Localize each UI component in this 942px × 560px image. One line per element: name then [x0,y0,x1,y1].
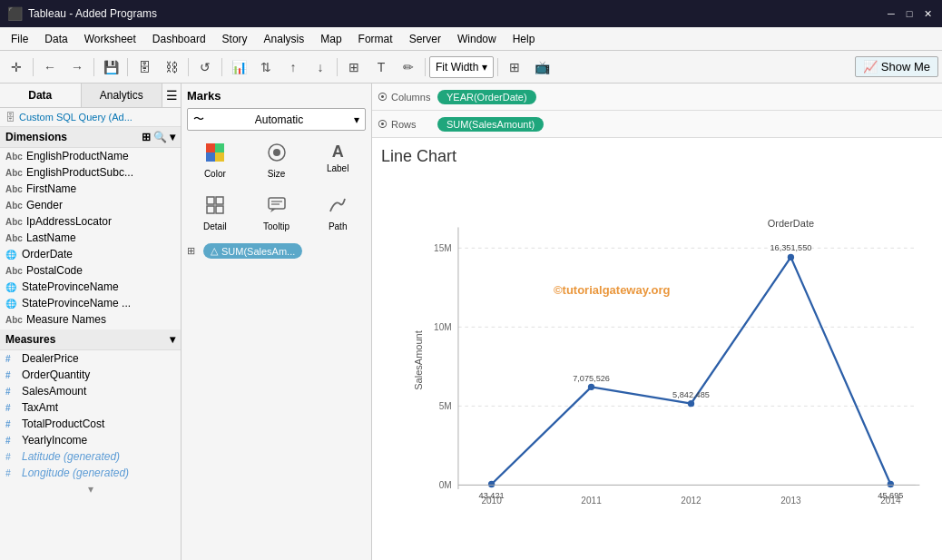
toolbar-highlight-btn[interactable]: ✏ [396,54,421,80]
pill-icon: △ [211,245,218,257]
toolbar-new-datasource-btn[interactable]: 🗄 [132,54,157,80]
menu-data[interactable]: Data [37,30,74,48]
abc-icon: Abc [5,233,23,243]
detail-icon [205,195,225,220]
dimensions-scroll-down[interactable]: ▾ [0,328,181,329]
field-totalproductcost[interactable]: # TotalProductCost [0,416,181,432]
fit-dropdown-arrow: ▾ [482,61,487,74]
toolbar-grid-btn[interactable]: ⊞ [502,54,527,80]
dimensions-sort-icon[interactable]: ▾ [170,131,175,143]
menu-file[interactable]: File [4,30,35,48]
field-stateprovincename1[interactable]: 🌐 StateProvinceName [0,279,181,295]
data-point-2014[interactable] [888,481,894,487]
toolbar-crosshair-btn[interactable]: ✛ [4,54,29,80]
data-source-item[interactable]: 🗄 Custom SQL Query (Ad... [0,108,181,127]
show-me-button[interactable]: 📈 Show Me [855,56,938,77]
field-gender[interactable]: Abc Gender [0,197,181,213]
field-longitude[interactable]: # Longitude (generated) [0,465,181,481]
field-stateprovincename2[interactable]: 🌐 StateProvinceName ... [0,295,181,311]
toolbar-connect-btn[interactable]: ⛓ [159,54,184,80]
globe-icon: 🌐 [5,250,18,260]
field-english-product-subc[interactable]: Abc EnglishProductSubc... [0,164,181,181]
close-button[interactable]: ✕ [920,6,935,21]
salesamount-pill[interactable]: △ SUM(SalesAm... [203,243,302,259]
hash-icon: # [5,387,18,397]
menu-window[interactable]: Window [450,30,504,48]
field-english-product-name[interactable]: Abc EnglishProductName [0,148,181,164]
color-button[interactable]: Color [187,138,243,183]
menu-analysis[interactable]: Analysis [257,30,312,48]
columns-pill[interactable]: YEAR(OrderDate) [437,90,536,104]
abc-icon: Abc [5,201,23,211]
dimensions-search-icon[interactable]: 🔍 [153,131,167,143]
tab-data[interactable]: Data [0,84,82,107]
measures-scroll-down[interactable]: ▾ [0,481,181,497]
path-label: Path [329,221,348,231]
panel-options-btn[interactable]: ☰ [162,84,181,107]
field-latitude[interactable]: # Latitude (generated) [0,448,181,465]
tab-analytics[interactable]: Analytics [82,84,163,107]
measures-sort-icon[interactable]: ▾ [170,333,175,346]
field-measure-names[interactable]: Abc Measure Names [0,311,181,328]
field-firstname[interactable]: Abc FirstName [0,181,181,197]
menu-server[interactable]: Server [402,30,448,48]
toolbar-back-btn[interactable]: ← [37,54,63,80]
left-panel: Data Analytics ☰ 🗄 Custom SQL Query (Ad.… [0,84,182,560]
tooltip-button[interactable]: Tooltip [249,191,305,236]
svg-rect-3 [215,152,224,162]
dimensions-grid-icon[interactable]: ⊞ [142,131,151,143]
abc-icon: Abc [5,184,23,194]
toolbar-undo-btn[interactable]: ↺ [192,54,218,80]
svg-text:2013: 2013 [780,496,801,506]
toolbar-forward-btn[interactable]: → [64,54,90,80]
detail-button[interactable]: Detail [187,191,243,236]
toolbar-group-btn[interactable]: ⊞ [341,54,367,80]
field-orderquantity[interactable]: # OrderQuantity [0,367,181,383]
fit-width-dropdown[interactable]: Fit Width ▾ [429,56,494,78]
field-lastname[interactable]: Abc LastName [0,230,181,246]
field-label: Longitude (generated) [22,467,129,479]
toolbar-bar-btn[interactable]: 📊 [226,54,251,80]
label-button[interactable]: A Label [309,138,366,183]
panel-tabs: Data Analytics ☰ [0,84,181,108]
menu-map[interactable]: Map [313,30,348,48]
toolbar-sort-asc-btn[interactable]: ↑ [280,54,306,80]
menu-format[interactable]: Format [351,30,400,48]
path-button[interactable]: Path [309,191,366,236]
chart-svg: 0M 5M 10M 15M 2010 2011 2012 2013 2014 O… [408,170,924,551]
field-yearlyincome[interactable]: # YearlyIncome [0,432,181,448]
hash-icon: # [5,403,18,413]
field-orderdate[interactable]: 🌐 OrderDate [0,246,181,262]
data-point-2011[interactable] [588,384,594,390]
field-postalcode[interactable]: Abc PostalCode [0,262,181,279]
toolbar-swap-btn[interactable]: ⇅ [253,54,279,80]
field-salesamount[interactable]: # SalesAmount [0,383,181,399]
field-dealerprice[interactable]: # DealerPrice [0,350,181,367]
maximize-button[interactable]: □ [902,6,917,21]
data-point-2012[interactable] [688,400,694,407]
toolbar-present-btn[interactable]: 📺 [529,54,554,80]
show-me-label: Show Me [881,60,930,74]
marks-panel: Marks 〜 Automatic ▾ Color [182,84,372,560]
data-point-2010[interactable] [488,481,495,487]
marks-icons-row2: Detail Tooltip [187,191,366,236]
rows-label: ⦿ Rows [378,119,432,130]
size-button[interactable]: Size [249,138,305,183]
toolbar-save-btn[interactable]: 💾 [98,54,123,80]
menu-help[interactable]: Help [505,30,543,48]
marks-type-dropdown[interactable]: 〜 Automatic ▾ [187,108,366,131]
minimize-button[interactable]: ─ [884,6,898,21]
data-point-2013[interactable] [788,254,794,260]
menu-dashboard[interactable]: Dashboard [145,30,213,48]
rows-pill[interactable]: SUM(SalesAmount) [437,117,544,132]
field-taxamt[interactable]: # TaxAmt [0,399,181,416]
toolbar-label-btn[interactable]: T [368,54,394,80]
field-ipaddresslocator[interactable]: Abc IpAddressLocator [0,213,181,230]
menu-worksheet[interactable]: Worksheet [77,30,143,48]
rows-shelf: ⦿ Rows SUM(SalesAmount) [372,111,942,138]
toolbar-sort-desc-btn[interactable]: ↓ [308,54,333,80]
svg-rect-2 [206,152,215,162]
hash-icon: # [5,354,18,364]
menu-story[interactable]: Story [215,30,255,48]
svg-rect-6 [207,197,214,204]
